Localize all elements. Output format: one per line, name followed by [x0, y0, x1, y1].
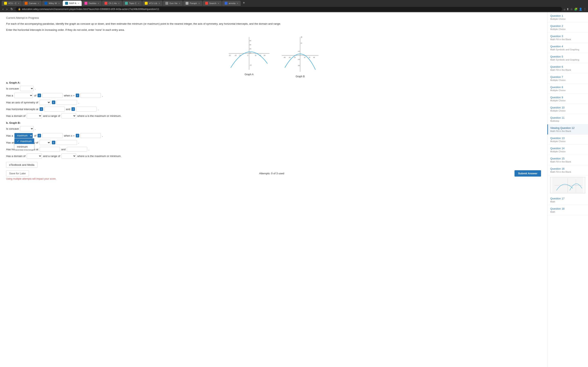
- sidebar-title-q9: Question 9: [550, 96, 585, 99]
- profile-icon[interactable]: 👤: [579, 8, 582, 11]
- tab-dash[interactable]: Dashbo ✕: [82, 1, 102, 6]
- tab-vcu[interactable]: VCU - C ✕: [2, 1, 22, 6]
- sidebar-item-q2[interactable]: Question 2Multiple Choice: [547, 22, 588, 33]
- sidebar-item-q18[interactable]: Question 18Math: [547, 205, 588, 215]
- attempt-status: Current Attempt in Progress: [6, 16, 541, 19]
- axis-sym-a-select[interactable]: x = y =: [39, 100, 51, 105]
- tab-canvas[interactable]: Canvas ✕: [22, 1, 42, 6]
- tab-close-dash[interactable]: ✕: [98, 2, 99, 4]
- tab-close-wiley[interactable]: ✕: [58, 2, 60, 4]
- x-value-a-input[interactable]: [80, 93, 101, 98]
- forward-button[interactable]: ›: [6, 7, 8, 11]
- reload-button[interactable]: ↻: [9, 7, 14, 11]
- tab-close-topic[interactable]: ✕: [138, 2, 139, 4]
- url-bar[interactable]: 🔒 education.wiley.com/was/ui/v2/assessme…: [16, 7, 562, 11]
- sidebar-item-q8[interactable]: Question 8Multiple Choice: [547, 83, 588, 94]
- tab-close-gun[interactable]: ✕: [179, 2, 180, 4]
- add-tab-button[interactable]: +: [241, 0, 247, 6]
- info-btn-a1[interactable]: i: [38, 94, 41, 97]
- search-icon[interactable]: ⌕: [564, 8, 565, 11]
- sidebar-item-q13[interactable]: Question 13Multiple Choice: [547, 134, 588, 145]
- sidebar-item-q4[interactable]: Question 4Math Symbolic and Graphing: [547, 43, 588, 53]
- svg-text:32: 32: [309, 57, 310, 58]
- horiz-intercepts-a-row: Has horizontal intercepts at i and i .: [6, 107, 541, 111]
- value-a-input[interactable]: [42, 93, 63, 98]
- sidebar-item-q11[interactable]: Question 11Multistep: [547, 114, 588, 124]
- menu-icon[interactable]: ⋮: [584, 8, 586, 11]
- range-a-select[interactable]: [a, ∞) (-∞, a]: [61, 113, 76, 118]
- sidebar-item-q10[interactable]: Question 10Multiple Choice: [547, 104, 588, 114]
- graph-container: -32 -16 0 32 48 64 -16 40 30 20 10 -10 G: [6, 35, 541, 78]
- intercept-a1-input[interactable]: [44, 107, 65, 111]
- sidebar-item-q12[interactable]: Viewing Question 12Math Fill in the Blan…: [547, 124, 588, 134]
- tab-anno[interactable]: annota ✕: [222, 1, 241, 6]
- tab-close-canvas[interactable]: ✕: [38, 2, 39, 4]
- dropdown-minimum-label: minimum: [17, 145, 28, 148]
- intercept-a2-input[interactable]: [76, 107, 96, 111]
- value-b-input[interactable]: [42, 133, 63, 138]
- sidebar-subtitle-q5: Math Symbolic and Graphing: [550, 58, 585, 61]
- info-btn-a5[interactable]: i: [71, 107, 75, 111]
- max-min-b-select[interactable]: maximum minimum: [14, 133, 33, 138]
- info-btn-b1[interactable]: i: [38, 134, 41, 137]
- tab-close-anno[interactable]: ✕: [237, 2, 238, 4]
- info-btn-a4[interactable]: i: [40, 107, 43, 111]
- tab-close-ch1[interactable]: ✕: [118, 2, 120, 4]
- range-b-select[interactable]: [a, ∞) (-∞, a]: [61, 153, 76, 159]
- tab-close-search[interactable]: ✕: [218, 2, 219, 4]
- sidebar-item-q14[interactable]: Question 14Multiple Choice: [547, 145, 588, 155]
- extensions-icon[interactable]: 🧩: [574, 8, 578, 11]
- sidebar-item-q6[interactable]: Question 6Math Fill in the Blank: [547, 63, 588, 73]
- tab-search[interactable]: Search ✕: [203, 1, 222, 6]
- intercept-b2-input[interactable]: [67, 147, 87, 152]
- sidebar-item-q15[interactable]: Question 15Math Fill in the Blank: [547, 155, 588, 165]
- tab-close-para[interactable]: ✕: [198, 2, 200, 4]
- tab-close-vculib[interactable]: ✕: [158, 2, 160, 4]
- axis-sym-a-input[interactable]: [57, 100, 77, 105]
- tab-close-nwp[interactable]: ✕: [78, 2, 79, 4]
- dropdown-option-maximum[interactable]: ✓ maximum: [15, 138, 34, 144]
- sidebar-item-q7[interactable]: Question 7Multiple Choice: [547, 73, 588, 83]
- axis-sym-b-select[interactable]: x = y =: [39, 140, 51, 145]
- share-icon[interactable]: ⬆: [567, 8, 569, 11]
- tab-wiley[interactable]: Wiley W ✕: [42, 1, 62, 6]
- info-btn-a2[interactable]: i: [76, 94, 79, 97]
- tab-label-canvas: Canvas: [29, 2, 36, 4]
- save-button[interactable]: Save for Later: [6, 170, 29, 176]
- tab-nwp[interactable]: NWP A ✕: [63, 1, 82, 6]
- tab-vculib[interactable]: VCU Lib ✕: [142, 1, 163, 6]
- etextbook-button[interactable]: eTextbook and Media: [6, 162, 38, 168]
- svg-text:16: 16: [304, 57, 305, 58]
- concave-b-select[interactable]: up down: [20, 126, 34, 131]
- sidebar-title-q4: Question 4: [550, 45, 585, 48]
- domain-b-select[interactable]: (-∞, ∞): [27, 153, 42, 159]
- svg-text:-48: -48: [283, 57, 285, 58]
- info-btn-b3[interactable]: i: [52, 141, 55, 144]
- graph-a-svg: -32 -16 0 32 48 64 -16 40 30 20 10 -10: [227, 35, 272, 72]
- tab-close-vcu[interactable]: ✕: [18, 2, 19, 4]
- sidebar-item-q5[interactable]: Question 5Math Symbolic and Graphing: [547, 53, 588, 63]
- intercept-b1-input[interactable]: [40, 147, 60, 152]
- submit-button[interactable]: Submit Answer: [515, 170, 541, 176]
- dropdown-option-minimum[interactable]: minimum: [15, 144, 34, 150]
- sidebar-item-q9[interactable]: Question 9Multiple Choice: [547, 94, 588, 104]
- tab-topic[interactable]: Topic C ✕: [122, 1, 142, 6]
- sidebar-item-q16[interactable]: Question 16Math Fill in the Blank: [547, 165, 588, 175]
- domain-a-select[interactable]: (-∞, ∞): [27, 113, 42, 118]
- info-btn-a3[interactable]: i: [52, 100, 55, 104]
- sidebar-item-q17[interactable]: Question 17Math: [547, 195, 588, 205]
- tab-para[interactable]: Paraph ✕: [183, 1, 202, 6]
- axis-sym-b-input[interactable]: [57, 140, 77, 145]
- info-btn-b2[interactable]: i: [76, 134, 79, 137]
- tab-ch1[interactable]: Ch 1 Ho ✕: [102, 1, 122, 6]
- max-min-a-select[interactable]: maximum minimum: [14, 93, 33, 98]
- back-button[interactable]: ‹: [2, 7, 4, 11]
- sidebar-item-q1[interactable]: Question 1Multiple Choice: [547, 12, 588, 22]
- x-value-b-input[interactable]: [80, 133, 101, 138]
- tab-gun[interactable]: Gun Vie ✕: [163, 1, 183, 6]
- sidebar-subtitle-q14: Multiple Choice: [550, 150, 585, 153]
- sidebar-item-q3[interactable]: Question 3Math Fill in the Blank: [547, 33, 588, 43]
- bookmark-icon[interactable]: ☆: [570, 8, 573, 11]
- concave-a-select[interactable]: up down: [20, 86, 34, 91]
- tab-label-ch1: Ch 1 Ho: [109, 2, 117, 4]
